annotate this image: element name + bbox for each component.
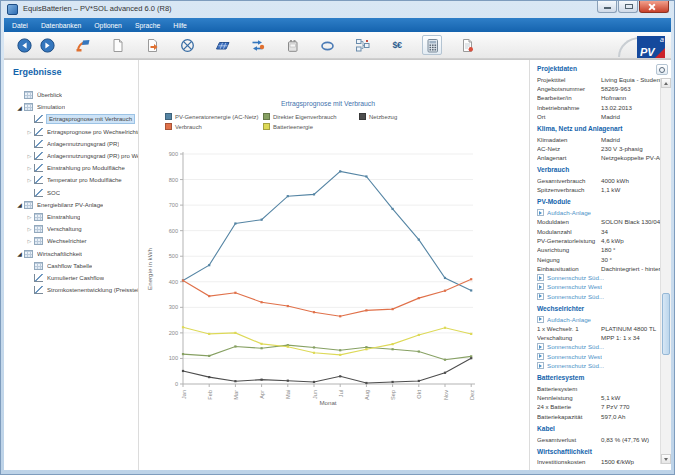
forward-button[interactable] [37, 35, 57, 55]
tree-item[interactable]: Cashflow Tabelle [4, 260, 138, 272]
expand-icon[interactable]: ▷ [25, 129, 34, 135]
tree-item[interactable]: SOC [4, 187, 138, 199]
tree-item[interactable]: ▷Einstrahlung pro Modulfläche [4, 162, 138, 174]
summary-link[interactable]: Sonnenschutz Süd... [547, 293, 604, 300]
close-button[interactable] [639, 1, 669, 13]
summary-row: Batteriesystem [537, 384, 657, 393]
sidebar-title: Ergebnisse [13, 67, 62, 77]
open-project-button[interactable] [142, 35, 162, 55]
chart-title: Ertragsprognose mit Verbrauch [139, 100, 517, 107]
expand-icon[interactable]: ▷ [25, 153, 34, 159]
system-diagram-button[interactable] [247, 35, 267, 55]
calculator-button[interactable] [422, 35, 442, 55]
menu-datei[interactable]: Datei [12, 22, 28, 29]
tree-item[interactable]: ◢Wirtschaftlichkeit [4, 247, 138, 259]
summary-link[interactable]: Sonnenschutz West [547, 353, 602, 360]
summary-link[interactable]: Sonnenschutz Süd... [547, 362, 604, 369]
summary-link[interactable]: Sonnenschutz Süd... [547, 274, 604, 281]
tree-item[interactable]: ▷Temperatur pro Modulfläche [4, 174, 138, 186]
project-summary: ProjektdatenProjekttitelLiving Equia - S… [530, 60, 671, 470]
pv-module-button[interactable] [212, 35, 232, 55]
menu-datenbanken[interactable]: Datenbanken [41, 22, 81, 29]
summary-link[interactable]: Aufdach-Anlage [547, 316, 591, 323]
summary-link[interactable]: Sonnenschutz West [547, 283, 602, 290]
back-icon [17, 38, 32, 53]
expand-link-icon[interactable] [537, 283, 544, 290]
summary-label: Projekttitel [537, 76, 601, 83]
tree-item[interactable]: ▷Wechselrichter [4, 235, 138, 247]
tariff-icon: $€ [392, 40, 401, 50]
menu-bar: Datei Datenbanken Optionen Sprache Hilfe [4, 18, 671, 32]
tree-item[interactable]: ◢Energiebilanz PV-Anlage [4, 199, 138, 211]
tree-item[interactable]: Überblick [4, 89, 138, 101]
collapse-icon[interactable]: ◢ [15, 201, 24, 208]
new-project-button[interactable] [107, 35, 127, 55]
expand-icon[interactable]: ▷ [25, 214, 34, 220]
tariff-button[interactable]: $€ [387, 35, 407, 55]
svg-text:400: 400 [169, 279, 178, 285]
expand-link-icon[interactable] [537, 293, 544, 300]
expand-link-icon[interactable] [537, 343, 544, 350]
menu-optionen[interactable]: Optionen [94, 22, 122, 29]
summary-link[interactable]: Sonnenschutz Süd... [547, 343, 604, 350]
expand-link-icon[interactable] [537, 362, 544, 369]
minimize-button[interactable] [597, 1, 617, 13]
battery-button[interactable] [282, 35, 302, 55]
summary-value: 4000 kWh [601, 177, 629, 184]
wiring-button[interactable] [352, 35, 372, 55]
collapse-icon[interactable]: ◢ [15, 104, 24, 111]
title-bar[interactable]: EquisBatterien – PV*SOL advanced 6.0 (R8… [1, 1, 674, 18]
summary-row: Angebotsnummer58269-963 [537, 84, 657, 93]
expand-icon[interactable]: ▷ [25, 226, 34, 232]
tree-item[interactable]: ▷Ertragsprognose pro Wechselrichter [4, 126, 138, 138]
expand-icon[interactable]: ▷ [25, 177, 34, 183]
tree-item[interactable]: ◢Simulation [4, 101, 138, 113]
report-button[interactable] [457, 35, 477, 55]
tree-item[interactable]: Anlagennutzungsgrad (PR) [4, 138, 138, 150]
tree-item[interactable]: ▷Einstrahlung [4, 211, 138, 223]
summary-row: KlimadatenMadrid [537, 134, 657, 143]
section-title: PV-Module [537, 198, 657, 208]
cable-button[interactable] [317, 35, 337, 55]
grid-connection-button[interactable] [177, 35, 197, 55]
expand-icon[interactable]: ▷ [25, 165, 34, 171]
menu-hilfe[interactable]: Hilfe [173, 22, 187, 29]
summary-link[interactable]: Aufdach-Anlage [547, 209, 591, 216]
summary-row: VerschaltungMPP 1: 1 x 34 [537, 333, 657, 342]
section-title: Wirtschaftlichkeit [537, 448, 657, 458]
expand-link-icon[interactable] [537, 353, 544, 360]
scroll-down-button[interactable] [661, 454, 671, 464]
expand-link-icon[interactable] [537, 316, 544, 323]
legend-label: PV-Generatorenergie (AC-Netz) [175, 114, 258, 120]
tree-item[interactable]: ▷Verschaltung [4, 223, 138, 235]
maximize-button[interactable] [618, 1, 638, 13]
project-data-button[interactable] [72, 35, 92, 55]
back-button[interactable] [14, 35, 34, 55]
section-title: Wechselrichter [537, 305, 657, 315]
tree-item[interactable]: Ertragsprognose mit Verbrauch [4, 113, 138, 125]
summary-row: Bearbeiter/inHofmann [537, 93, 657, 102]
calculator-icon [425, 38, 440, 53]
section-title: Kabel [537, 425, 657, 435]
tree-item[interactable]: Kumulierter Cashflow [4, 272, 138, 284]
summary-label: AC-Netz [537, 145, 601, 152]
pin-button[interactable] [656, 64, 668, 75]
expand-link-icon[interactable] [537, 209, 544, 216]
tree-item-label: Wirtschaftlichkeit [37, 251, 82, 257]
summary-scrollbar[interactable] [660, 78, 671, 464]
collapse-icon[interactable]: ◢ [15, 250, 24, 257]
expand-icon[interactable]: ▷ [25, 238, 34, 244]
legend-label: Verbrauch [175, 124, 202, 130]
summary-row: Batteriekapazität597,0 Ah [537, 412, 657, 421]
table-icon [34, 225, 43, 233]
scroll-up-button[interactable] [661, 78, 671, 88]
scrollbar-thumb[interactable] [662, 293, 670, 355]
legend-label: Netzbezug [369, 114, 397, 120]
menu-sprache[interactable]: Sprache [135, 22, 160, 29]
tree-item[interactable]: ▷Anlagennutzungsgrad (PR) pro Wech [4, 150, 138, 162]
svg-text:300: 300 [169, 304, 178, 310]
tree-item[interactable]: Stromkostenentwicklung (Preissteig [4, 284, 138, 296]
chart-icon [34, 128, 43, 136]
legend-item: Direkter Eigenverbrauch [263, 113, 359, 120]
expand-link-icon[interactable] [537, 274, 544, 281]
